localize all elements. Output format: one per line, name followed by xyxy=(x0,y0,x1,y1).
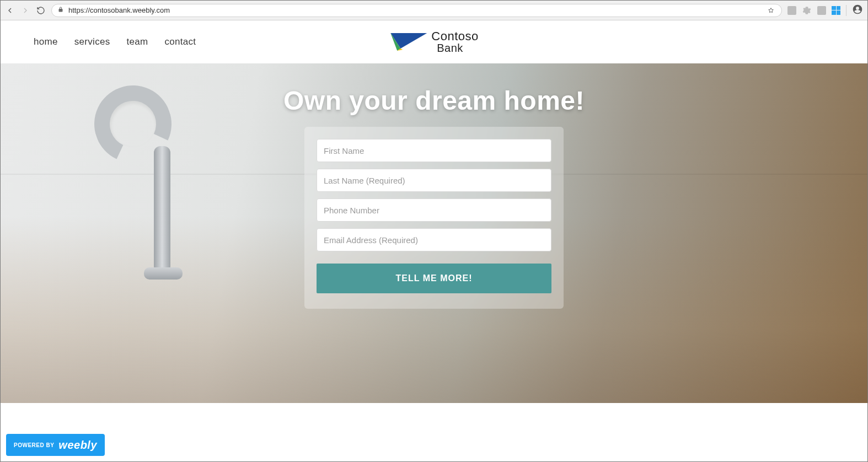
email-input[interactable] xyxy=(317,228,551,251)
forward-button[interactable] xyxy=(20,6,30,15)
windows-icon[interactable] xyxy=(832,6,840,15)
site-logo[interactable]: Contoso Bank xyxy=(389,30,478,53)
nav-home[interactable]: home xyxy=(34,36,58,47)
account-icon[interactable] xyxy=(852,4,863,17)
last-name-input[interactable] xyxy=(317,169,551,192)
lock-icon xyxy=(57,6,64,14)
settings-gear-icon[interactable] xyxy=(802,6,812,15)
page-body: home services team contact Contoso Bank xyxy=(1,20,867,461)
logo-line2: Bank xyxy=(437,42,478,53)
url-input[interactable] xyxy=(68,6,762,14)
logo-text: Contoso Bank xyxy=(431,30,478,53)
extension-icon[interactable] xyxy=(787,6,796,15)
browser-right-icons xyxy=(787,4,863,17)
badge-brand: weebly xyxy=(58,439,97,452)
logo-line1: Contoso xyxy=(431,30,478,42)
star-icon[interactable] xyxy=(766,6,776,15)
hero-title: Own your dream home! xyxy=(1,85,867,116)
nav-services[interactable]: services xyxy=(74,36,110,47)
toolbar-divider xyxy=(846,5,846,16)
badge-powered-by: POWERED BY xyxy=(14,442,54,448)
first-name-input[interactable] xyxy=(317,139,551,162)
back-button[interactable] xyxy=(5,6,15,15)
phone-input[interactable] xyxy=(317,198,551,222)
nav-team[interactable]: team xyxy=(126,36,148,47)
main-nav: home services team contact xyxy=(34,36,196,47)
weebly-badge[interactable]: POWERED BY weebly xyxy=(6,434,105,456)
address-bar[interactable] xyxy=(51,4,782,17)
lead-form: TELL ME MORE! xyxy=(304,127,564,309)
browser-toolbar xyxy=(1,1,867,20)
logo-mark-icon xyxy=(389,31,428,53)
nav-contact[interactable]: contact xyxy=(164,36,196,47)
submit-button[interactable]: TELL ME MORE! xyxy=(317,264,551,293)
site-header: home services team contact Contoso Bank xyxy=(1,20,867,63)
extension-icon-2[interactable] xyxy=(817,6,826,15)
hero-section: Own your dream home! TELL ME MORE! xyxy=(1,63,867,403)
reload-button[interactable] xyxy=(36,6,46,15)
